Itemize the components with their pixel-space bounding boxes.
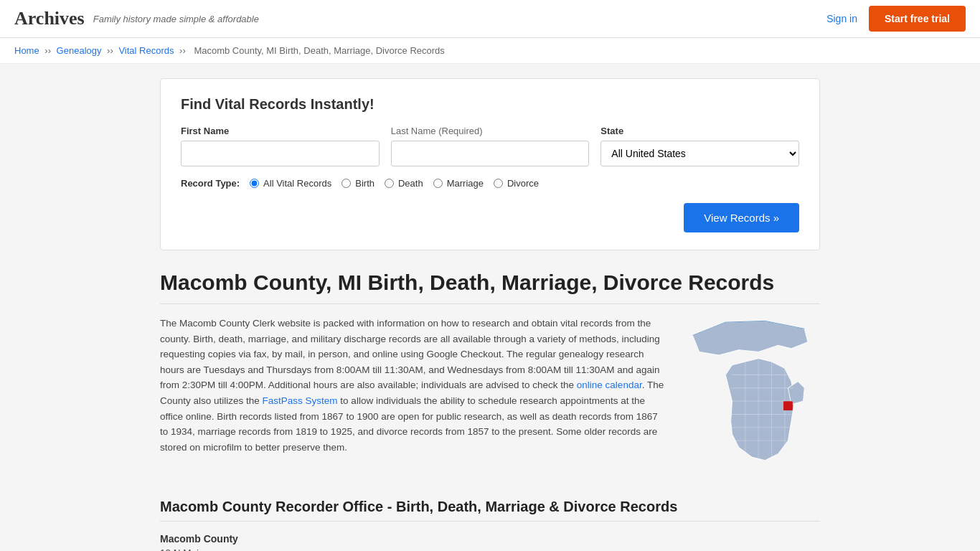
first-name-input[interactable] — [181, 141, 380, 166]
logo: Archives — [14, 8, 85, 29]
view-records-button[interactable]: View Records » — [684, 203, 799, 232]
form-row: First Name Last Name (Required) State Al… — [181, 126, 799, 166]
radio-all-vital[interactable]: All Vital Records — [250, 178, 331, 189]
state-select[interactable]: All United States Alabama Alaska Arizona… — [600, 141, 799, 166]
start-trial-button[interactable]: Start free trial — [869, 6, 966, 32]
btn-row: View Records » — [181, 203, 799, 232]
search-box: Find Vital Records Instantly! First Name… — [160, 78, 820, 250]
main-content: Find Vital Records Instantly! First Name… — [146, 64, 834, 551]
online-calendar-link[interactable]: online calendar — [577, 380, 642, 390]
address-line: 10 N Main — [160, 547, 820, 551]
radio-birth[interactable]: Birth — [341, 178, 374, 189]
state-group: State All United States Alabama Alaska A… — [600, 126, 799, 166]
last-name-group: Last Name (Required) — [391, 126, 590, 166]
page-title: Macomb County, MI Birth, Death, Marriage… — [160, 270, 820, 304]
county-name: Macomb County — [160, 533, 820, 545]
content-text: The Macomb County Clerk website is packe… — [160, 316, 666, 476]
radio-divorce[interactable]: Divorce — [494, 178, 539, 189]
breadcrumb-genealogy[interactable]: Genealogy — [57, 45, 102, 56]
radio-marriage[interactable]: Marriage — [433, 178, 484, 189]
record-type-label: Record Type: — [181, 178, 240, 189]
breadcrumb-current: Macomb County, MI Birth, Death, Marriage… — [194, 45, 444, 56]
content-area: The Macomb County Clerk website is packe… — [160, 316, 820, 476]
header-right: Sign in Start free trial — [826, 6, 966, 32]
state-label: State — [600, 126, 799, 136]
last-name-label: Last Name (Required) — [391, 126, 590, 136]
breadcrumb: Home ›› Genealogy ›› Vital Records ›› Ma… — [0, 38, 980, 64]
michigan-map-svg — [684, 316, 820, 474]
last-name-input[interactable] — [391, 141, 590, 166]
header: Archives Family history made simple & af… — [0, 0, 980, 38]
svg-rect-10 — [783, 401, 793, 410]
section-heading: Macomb County Recorder Office - Birth, D… — [160, 499, 820, 522]
breadcrumb-home[interactable]: Home — [14, 45, 39, 56]
first-name-label: First Name — [181, 126, 380, 136]
breadcrumb-vital-records[interactable]: Vital Records — [118, 45, 174, 56]
radio-death[interactable]: Death — [385, 178, 423, 189]
sign-in-link[interactable]: Sign in — [826, 13, 857, 24]
michigan-map-container — [684, 316, 820, 476]
header-left: Archives Family history made simple & af… — [14, 8, 259, 29]
record-type-row: Record Type: All Vital Records Birth Dea… — [181, 178, 799, 189]
fastpass-link[interactable]: FastPass System — [263, 395, 338, 406]
first-name-group: First Name — [181, 126, 380, 166]
tagline: Family history made simple & affordable — [93, 14, 259, 24]
search-title: Find Vital Records Instantly! — [181, 96, 799, 113]
